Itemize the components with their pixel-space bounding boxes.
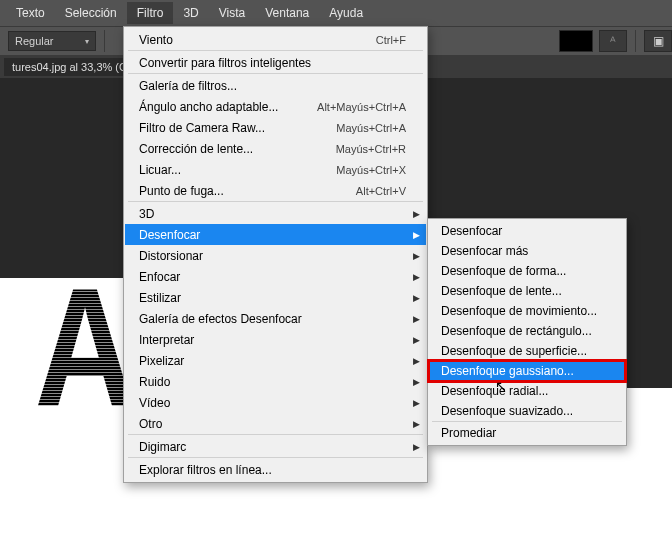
submenu-item-label: Desenfocar [441, 224, 502, 238]
document-tab-label: tures04.jpg al 33,3% (C [12, 61, 127, 73]
menu-item-shortcut: Alt+Ctrl+V [356, 185, 406, 197]
menu-item[interactable]: Estilizar▶ [125, 287, 426, 308]
menubar-item-ventana[interactable]: Ventana [255, 2, 319, 24]
menu-item-label: Interpretar [139, 333, 406, 347]
menubar-item-label: Selección [65, 6, 117, 20]
menubar: TextoSelecciónFiltro3DVistaVentanaAyuda [0, 0, 672, 26]
submenu-arrow-icon: ▶ [413, 293, 420, 303]
submenu-item[interactable]: Desenfoque radial... [429, 381, 625, 401]
menu-item[interactable]: 3D▶ [125, 203, 426, 224]
menu-item-label: Ruido [139, 375, 406, 389]
menu-item[interactable]: Interpretar▶ [125, 329, 426, 350]
menu-item[interactable]: Galería de filtros... [125, 75, 426, 96]
submenu-item-label: Desenfoque de movimiento... [441, 304, 597, 318]
menu-item[interactable]: Desenfocar▶ [125, 224, 426, 245]
color-swatch-button[interactable] [559, 30, 593, 52]
submenu-item[interactable]: Promediar [429, 423, 625, 443]
menu-item[interactable]: Convertir para filtros inteligentes [125, 52, 426, 73]
font-style-value: Regular [15, 35, 54, 47]
menu-item[interactable]: Filtro de Camera Raw...Mayús+Ctrl+A [125, 117, 426, 138]
submenu-arrow-icon: ▶ [413, 377, 420, 387]
submenu-item[interactable]: Desenfoque de movimiento... [429, 301, 625, 321]
font-style-select[interactable]: Regular ▾ [8, 31, 96, 51]
chevron-down-icon: ▾ [85, 37, 89, 46]
menu-item-label: Licuar... [139, 163, 336, 177]
menu-item[interactable]: Vídeo▶ [125, 392, 426, 413]
menu-item-label: Enfocar [139, 270, 406, 284]
menubar-item-label: Vista [219, 6, 245, 20]
submenu-arrow-icon: ▶ [413, 314, 420, 324]
menu-item[interactable]: Digimarc▶ [125, 436, 426, 457]
menu-item[interactable]: Enfocar▶ [125, 266, 426, 287]
person-icon: ᴬ [610, 34, 616, 49]
menu-item[interactable]: Explorar filtros en línea... [125, 459, 426, 480]
menubar-item-label: 3D [183, 6, 198, 20]
submenu-arrow-icon: ▶ [413, 335, 420, 345]
menu-item-label: Estilizar [139, 291, 406, 305]
submenu-item-label: Desenfoque de rectángulo... [441, 324, 592, 338]
menu-item[interactable]: Ruido▶ [125, 371, 426, 392]
submenu-arrow-icon: ▶ [413, 209, 420, 219]
menu-item-shortcut: Mayús+Ctrl+A [336, 122, 406, 134]
filtro-dropdown-menu: VientoCtrl+FConvertir para filtros intel… [123, 26, 428, 483]
menu-item-shortcut: Ctrl+F [376, 34, 406, 46]
submenu-item[interactable]: Desenfocar [429, 221, 625, 241]
submenu-item[interactable]: Desenfoque suavizado... [429, 401, 625, 421]
menu-item-label: 3D [139, 207, 406, 221]
menubar-item-vista[interactable]: Vista [209, 2, 255, 24]
menu-item[interactable]: Ángulo ancho adaptable...Alt+Mayús+Ctrl+… [125, 96, 426, 117]
submenu-arrow-icon: ▶ [413, 442, 420, 452]
submenu-item-label: Desenfoque suavizado... [441, 404, 573, 418]
menu-item-label: Ángulo ancho adaptable... [139, 100, 317, 114]
menu-item[interactable]: Punto de fuga...Alt+Ctrl+V [125, 180, 426, 201]
menu-item[interactable]: Corrección de lente...Mayús+Ctrl+R [125, 138, 426, 159]
menu-item[interactable]: Licuar...Mayús+Ctrl+X [125, 159, 426, 180]
menubar-item-selección[interactable]: Selección [55, 2, 127, 24]
submenu-item-label: Desenfoque radial... [441, 384, 548, 398]
separator [635, 30, 636, 52]
menu-item-label: Corrección de lente... [139, 142, 336, 156]
menu-item-shortcut: Mayús+Ctrl+R [336, 143, 406, 155]
menu-item-label: Otro [139, 417, 406, 431]
menu-item-label: Distorsionar [139, 249, 406, 263]
submenu-item[interactable]: Desenfoque de forma... [429, 261, 625, 281]
menubar-item-3d[interactable]: 3D [173, 2, 208, 24]
submenu-item[interactable]: Desenfocar más [429, 241, 625, 261]
panel-group-button[interactable]: ▣ [644, 30, 672, 52]
menu-item[interactable]: Pixelizar▶ [125, 350, 426, 371]
submenu-item[interactable]: Desenfoque de lente... [429, 281, 625, 301]
menubar-item-label: Filtro [137, 6, 164, 20]
menubar-item-label: Ventana [265, 6, 309, 20]
submenu-item-label: Promediar [441, 426, 496, 440]
submenu-item[interactable]: Desenfoque de rectángulo... [429, 321, 625, 341]
menu-item-label: Digimarc [139, 440, 406, 454]
menu-item[interactable]: VientoCtrl+F [125, 29, 426, 50]
separator [104, 30, 105, 52]
menu-item-label: Vídeo [139, 396, 406, 410]
submenu-arrow-icon: ▶ [413, 419, 420, 429]
submenu-item[interactable]: Desenfoque gaussiano... [429, 361, 625, 381]
menubar-item-ayuda[interactable]: Ayuda [319, 2, 373, 24]
menu-item[interactable]: Galería de efectos Desenfocar▶ [125, 308, 426, 329]
menubar-item-texto[interactable]: Texto [6, 2, 55, 24]
menu-item-shortcut: Alt+Mayús+Ctrl+A [317, 101, 406, 113]
submenu-item-label: Desenfoque de forma... [441, 264, 566, 278]
submenu-item-label: Desenfoque de lente... [441, 284, 562, 298]
submenu-arrow-icon: ▶ [413, 272, 420, 282]
submenu-item[interactable]: Desenfoque de superficie... [429, 341, 625, 361]
submenu-arrow-icon: ▶ [413, 230, 420, 240]
submenu-arrow-icon: ▶ [413, 251, 420, 261]
menu-item-label: Desenfocar [139, 228, 406, 242]
menu-item-label: Explorar filtros en línea... [139, 463, 406, 477]
document-tab[interactable]: tures04.jpg al 33,3% (C [4, 58, 135, 76]
menu-item-shortcut: Mayús+Ctrl+X [336, 164, 406, 176]
menu-item-label: Convertir para filtros inteligentes [139, 56, 406, 70]
menu-item-label: Galería de filtros... [139, 79, 406, 93]
submenu-item-label: Desenfocar más [441, 244, 528, 258]
menu-item-label: Filtro de Camera Raw... [139, 121, 336, 135]
submenu-item-label: Desenfoque de superficie... [441, 344, 587, 358]
menubar-item-filtro[interactable]: Filtro [127, 2, 174, 24]
menu-item[interactable]: Otro▶ [125, 413, 426, 434]
char-panel-button[interactable]: ᴬ [599, 30, 627, 52]
menu-item[interactable]: Distorsionar▶ [125, 245, 426, 266]
